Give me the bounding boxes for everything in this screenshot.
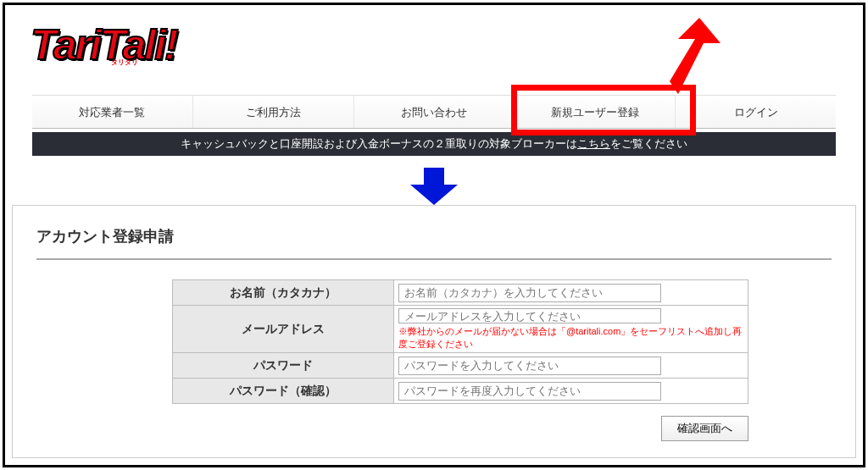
email-label: メールアドレス xyxy=(172,305,394,353)
password-input[interactable] xyxy=(398,357,661,375)
registration-form: アカウント登録申請 お名前（カタカナ） メールアドレス ※弊社からのメールが届か… xyxy=(12,205,856,458)
password-confirm-label: パスワード（確認） xyxy=(172,378,394,404)
name-label: お名前（カタカナ） xyxy=(172,279,394,306)
blue-arrow-icon xyxy=(410,168,458,208)
password-confirm-input[interactable] xyxy=(398,382,661,401)
nav-item-register[interactable]: 新規ユーザー登録 xyxy=(515,96,676,128)
nav-item-login[interactable]: ログイン xyxy=(676,96,836,128)
svg-marker-0 xyxy=(670,18,721,94)
password-label: パスワード xyxy=(172,352,394,379)
svg-marker-1 xyxy=(410,168,458,205)
banner-prefix: キャッシュバックと口座開設および入金ボーナスの２重取りの対象ブローカーは xyxy=(181,137,577,150)
name-input[interactable] xyxy=(398,284,661,302)
nav-item-usage[interactable]: ご利用方法 xyxy=(193,96,354,128)
logo-text: TariTali! xyxy=(31,21,177,69)
logo[interactable]: TariTali! xyxy=(31,20,177,69)
form-title: アカウント登録申請 xyxy=(36,226,832,260)
logo-subtext: タリタリ xyxy=(111,58,138,67)
banner-suffix: をご覧ください xyxy=(610,137,687,150)
submit-button[interactable]: 確認画面へ xyxy=(661,416,748,441)
banner-link[interactable]: こちら xyxy=(577,137,610,150)
main-nav: 対応業者一覧 ご利用方法 お問い合わせ 新規ユーザー登録 ログイン xyxy=(32,95,836,129)
nav-item-contact[interactable]: お問い合わせ xyxy=(354,96,515,128)
nav-item-providers[interactable]: 対応業者一覧 xyxy=(32,96,193,128)
info-banner: キャッシュバックと口座開設および入金ボーナスの２重取りの対象ブローカーはこちらを… xyxy=(32,132,836,156)
email-note: ※弊社からのメールが届かない場合は「@taritali.com」をセーフリストへ… xyxy=(398,325,743,350)
email-input[interactable] xyxy=(398,308,661,323)
